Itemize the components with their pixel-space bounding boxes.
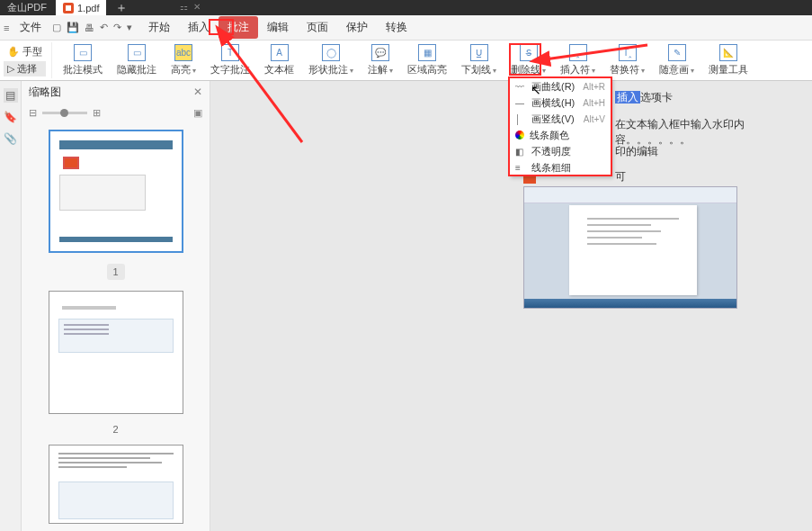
thumbnails-header: 缩略图 ✕ (22, 81, 210, 103)
dropdown-icon[interactable]: ▾ (127, 22, 132, 33)
opacity-icon: ◧ (515, 147, 526, 157)
mouse-cursor-icon: ↖ (531, 83, 541, 97)
cursor-mode-group: ✋手型 ▷选择 (4, 42, 52, 78)
ribbon-toolbar: ✋手型 ▷选择 ▭批注模式 ▭隐藏批注 abc高亮 T文字批注 A文本框 ◯形状… (0, 40, 812, 81)
tool-highlight[interactable]: abc高亮 (164, 42, 203, 78)
thumbnail-page-1[interactable] (49, 130, 183, 253)
embedded-screenshot (523, 186, 737, 309)
hand-tool[interactable]: ✋手型 (4, 44, 46, 59)
select-tool[interactable]: ▷选择 (4, 61, 46, 76)
thumbnails-tools: ⊟ ⊞ ▣ (22, 103, 210, 122)
tool-caret[interactable]: ‸插入符 (553, 42, 602, 78)
titlebar: 金山PDF 1.pdf ⚏ ✕ ＋ (0, 0, 812, 15)
note-icon: 💬 (371, 44, 389, 61)
menu-edit[interactable]: 编辑 (258, 16, 298, 39)
tab-pin-icon[interactable]: ⚏ (180, 2, 188, 12)
hide-annotate-icon: ▭ (128, 44, 146, 61)
replace-icon: T‸ (619, 44, 637, 61)
hline-icon: — (515, 98, 526, 108)
tool-underline[interactable]: U̲下划线 (454, 42, 504, 78)
menu-insert[interactable]: 插入 (179, 16, 219, 39)
annotate-mode-icon: ▭ (74, 44, 92, 61)
tool-replace[interactable]: T‸替换符 (602, 42, 652, 78)
underline-icon: U̲ (470, 44, 488, 61)
thumbnails-rail-icon[interactable]: ▤ (4, 88, 18, 103)
thumb-zoom-slider[interactable] (42, 112, 87, 114)
vline-icon: │ (515, 114, 526, 124)
menu-page[interactable]: 页面 (298, 16, 337, 39)
hand-icon: ✋ (7, 46, 20, 58)
lineweight-icon: ≡ (515, 163, 526, 173)
tool-textbox[interactable]: A文本框 (257, 42, 301, 78)
tool-area-highlight[interactable]: ▦区域高亮 (400, 42, 454, 78)
dd-color[interactable]: 线条颜色 (510, 127, 611, 143)
print-icon[interactable]: 🖶 (85, 22, 94, 33)
tool-text-annotate[interactable]: T文字批注 (203, 42, 257, 78)
page-number-2: 2 (110, 421, 120, 437)
save-icon[interactable]: 💾 (67, 22, 79, 33)
menubar: ≡ 文件 ▢ 💾 🖶 ↶ ↷ ▾ 开始 插入 批注 编辑 页面 保护 转换 (0, 15, 812, 40)
tool-strikethrough[interactable]: S̶删除线 (504, 42, 553, 78)
app-name: 金山PDF (0, 1, 54, 14)
strikethrough-icon: S̶ (520, 44, 538, 61)
dd-weight[interactable]: ≡线条粗细 (510, 159, 611, 176)
thumbnail-page-3[interactable] (49, 445, 183, 524)
dd-curve[interactable]: 〰画曲线(R)Alt+R (510, 78, 611, 94)
dd-hline[interactable]: —画横线(H)Alt+H (510, 94, 611, 111)
close-panel-icon[interactable]: ✕ (193, 86, 202, 98)
attachments-rail-icon[interactable]: 📎 (4, 131, 18, 146)
page-text-4: 可 (615, 169, 626, 184)
page-text-1: 插入选项卡 (615, 90, 673, 105)
dd-vline[interactable]: │画竖线(V)Alt+V (510, 111, 611, 127)
thumbnails-list: 1 2 (22, 122, 210, 531)
open-icon[interactable]: ▢ (52, 22, 61, 33)
document-tab[interactable]: 1.pdf (56, 0, 106, 15)
thumbnails-title: 缩略图 (29, 85, 61, 100)
new-tab-button[interactable]: ＋ (115, 0, 128, 16)
curve-icon: 〰 (515, 82, 526, 92)
tool-freedraw[interactable]: ✎随意画 (652, 42, 701, 78)
menu-start[interactable]: 开始 (139, 16, 179, 39)
tab-controls: ⚏ ✕ (180, 2, 201, 12)
shape-icon: ◯ (322, 44, 340, 61)
area-highlight-icon: ▦ (418, 44, 436, 61)
tool-measure[interactable]: 📐测量工具 (701, 42, 755, 78)
tab-title: 1.pdf (77, 3, 99, 14)
thumbnails-panel: 缩略图 ✕ ⊟ ⊞ ▣ 1 2 (22, 81, 210, 531)
thumbnail-page-2[interactable] (49, 291, 183, 414)
file-menu[interactable]: 文件 (14, 20, 47, 35)
thumb-options-icon[interactable]: ▣ (193, 107, 202, 119)
freedraw-dropdown: 〰画曲线(R)Alt+R —画横线(H)Alt+H │画竖线(V)Alt+V 线… (509, 77, 611, 176)
left-rail: ▤ 🔖 📎 (0, 81, 22, 531)
menu-protect[interactable]: 保护 (337, 16, 377, 39)
text-annotate-icon: T (221, 44, 239, 61)
menu-hamburger-icon[interactable]: ≡ (4, 22, 9, 33)
redo-icon[interactable]: ↷ (113, 22, 121, 33)
bookmarks-rail-icon[interactable]: 🔖 (4, 110, 18, 124)
tab-close-icon[interactable]: ✕ (193, 2, 201, 12)
page-text-2: 在文本输入框中输入水印内容。。。。。。 (615, 117, 812, 148)
tool-annotate-mode[interactable]: ▭批注模式 (56, 42, 110, 78)
zoom-in-icon[interactable]: ⊞ (93, 107, 101, 119)
measure-icon: 📐 (719, 44, 737, 61)
tool-hide-annotate[interactable]: ▭隐藏批注 (110, 42, 164, 78)
highlight-icon: abc (174, 44, 192, 61)
textbox-icon: A (271, 44, 289, 61)
menu-annotate[interactable]: 批注 (219, 16, 258, 39)
dd-opacity[interactable]: ◧不透明度 (510, 143, 611, 159)
cursor-icon: ▷ (7, 63, 14, 75)
tool-note[interactable]: 💬注解 (361, 42, 400, 78)
menu-convert[interactable]: 转换 (377, 16, 416, 39)
zoom-out-icon[interactable]: ⊟ (29, 107, 37, 119)
caret-icon: ‸ (569, 44, 587, 61)
color-wheel-icon (515, 130, 524, 140)
tool-shape-annotate[interactable]: ◯形状批注 (301, 42, 361, 78)
page-number-1: 1 (107, 264, 125, 280)
undo-icon[interactable]: ↶ (100, 22, 108, 33)
freedraw-icon: ✎ (668, 44, 686, 61)
quick-access: ≡ 文件 ▢ 💾 🖶 ↶ ↷ ▾ (4, 20, 139, 35)
page-text-3: 印的编辑 (615, 144, 658, 159)
menu-tabs: 开始 插入 批注 编辑 页面 保护 转换 (139, 16, 416, 39)
pdf-icon (63, 3, 74, 14)
